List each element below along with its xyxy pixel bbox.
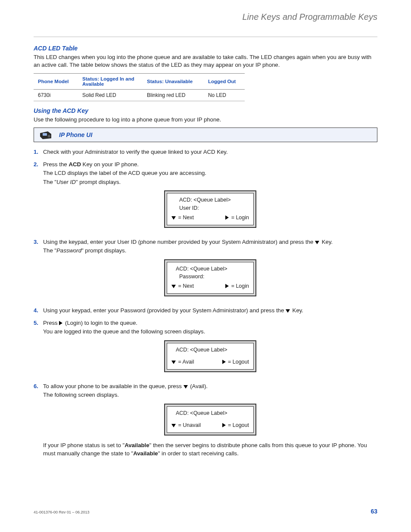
lcd3-left: = Avail [171, 358, 194, 366]
svg-rect-1 [48, 135, 50, 137]
lcd2-right: = Login [225, 282, 249, 290]
doc-revision: 41-001376-00 Rev 01 – 06.2013 [34, 510, 90, 514]
step-6: To allow your phone to be available in t… [34, 383, 377, 462]
table-row: 6730i Solid Red LED Blinking red LED No … [34, 89, 245, 101]
lcd-screen-3: ACD: <Queue Label> = Avail = Logout [164, 340, 256, 372]
step-2-sub2: The "User ID" prompt displays. [43, 178, 377, 186]
lcd3-right: = Logout [222, 358, 249, 366]
header-rule [34, 37, 377, 37]
td-unavailable: Blinking red LED [143, 89, 204, 101]
lcd4-left: = Unavail [171, 421, 201, 429]
lcd2-left: = Next [171, 282, 194, 290]
using-acd-intro: Use the following procedure to log into … [34, 116, 377, 124]
triangle-right-icon [222, 423, 226, 427]
triangle-down-icon [171, 285, 176, 288]
step-3-text-b: Key. [320, 239, 333, 245]
triangle-down-icon [315, 241, 319, 244]
step-6-sub: The following screen displays. [43, 391, 377, 399]
lcd1-line2: User ID: [171, 204, 249, 212]
step-6-text-a: To allow your phone to be available in t… [43, 383, 184, 389]
td-model: 6730i [34, 89, 78, 101]
lcd1-left: = Next [171, 214, 194, 221]
triangle-down-icon [286, 309, 290, 313]
step-2: Press the ACD Key on your IP phone. The … [34, 161, 377, 238]
step-1-text: Check with your Administrator to verify … [43, 149, 228, 155]
step-4: Using your keypad, enter your Password (… [34, 307, 377, 319]
running-header: Line Keys and Programmable Keys [34, 12, 377, 25]
lcd1-line1: ACD: <Queue Label> [171, 196, 249, 204]
step-2-text-a: Press the [43, 161, 68, 168]
lcd2-line1: ACD: <Queue Label> [171, 265, 249, 273]
lcd4-line1: ACD: <Queue Label> [171, 409, 249, 417]
step-5-text-a: Press [43, 320, 59, 326]
step-5-text-b: (Login) to login to the queue. [63, 320, 137, 326]
triangle-down-icon [171, 216, 176, 220]
lcd3-line1: ACD: <Queue Label> [171, 346, 249, 354]
td-logged-in: Solid Red LED [78, 89, 143, 101]
triangle-down-icon [184, 385, 188, 389]
triangle-right-icon [222, 360, 226, 364]
th-logged-in: Status: Logged In and Available [78, 73, 143, 89]
step-3-text-a: Using the keypad, enter your User ID (ph… [43, 239, 315, 245]
triangle-down-icon [171, 424, 176, 427]
td-logged-out: No LED [204, 89, 245, 101]
lcd-screen-4: ACD: <Queue Label> = Unavail = Logout [164, 404, 256, 436]
svg-rect-0 [43, 133, 47, 136]
step-6-tail: If your IP phone status is set to "Avail… [43, 442, 377, 457]
triangle-down-icon [171, 361, 176, 364]
heading-using-acd-key: Using the ACD Key [34, 107, 377, 114]
page-number: 63 [371, 508, 377, 515]
step-4-text-a: Using your keypad, enter your Password (… [43, 307, 286, 314]
step-1: Check with your Administrator to verify … [34, 148, 377, 160]
acd-led-intro: This LED changes when you log into the p… [34, 53, 377, 69]
step-4-text-b: Key. [291, 307, 303, 314]
step-3: Using the keypad, enter your User ID (ph… [34, 238, 377, 307]
lcd1-right: = Login [225, 214, 249, 221]
lcd-screen-2: ACD: <Queue Label> Password: = Next = Lo… [164, 259, 256, 296]
ip-phone-ui-callout: IP Phone UI [34, 128, 377, 142]
lcd4-right: = Logout [222, 421, 249, 429]
th-phone-model: Phone Model [34, 73, 78, 89]
step-3-sub: The "Password" prompt displays. [43, 247, 377, 255]
step-5-sub: You are logged into the queue and the fo… [43, 328, 377, 336]
step-5: Press (Login) to login to the queue. You… [34, 319, 377, 383]
acd-led-table: Phone Model Status: Logged In and Availa… [34, 73, 245, 101]
triangle-right-icon [59, 321, 62, 325]
step-2-sub1: The LCD displays the label of the ACD qu… [43, 169, 377, 177]
triangle-right-icon [225, 284, 229, 288]
step-6-text-b: (Avail). [189, 383, 208, 389]
th-unavailable: Status: Unavailable [143, 73, 204, 89]
heading-acd-led-table: ACD LED Table [34, 45, 377, 52]
step-2-bold: ACD [68, 161, 81, 168]
step-2-text-b: Key on your IP phone. [81, 161, 139, 168]
triangle-right-icon [225, 215, 229, 220]
phone-icon [38, 130, 54, 140]
lcd-screen-1: ACD: <Queue Label> User ID: = Next = Log… [164, 190, 256, 227]
ip-phone-ui-title: IP Phone UI [59, 131, 92, 138]
page-footer: 41-001376-00 Rev 01 – 06.2013 63 [34, 508, 377, 515]
lcd2-line2: Password: [171, 273, 249, 280]
th-logged-out: Logged Out [204, 73, 245, 89]
